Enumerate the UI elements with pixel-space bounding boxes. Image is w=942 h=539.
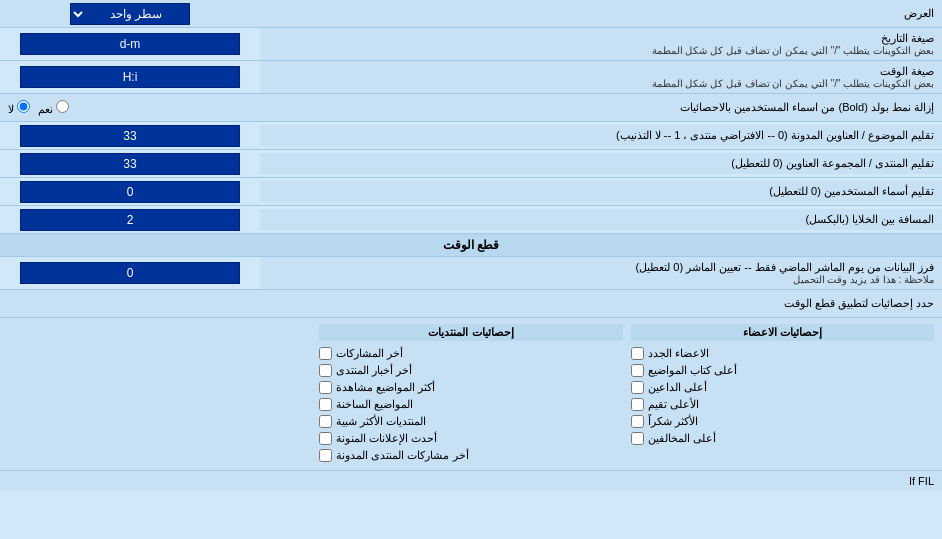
- forum-title-row: تقليم المنتدى / المجموعة العناوين (0 للت…: [0, 150, 942, 178]
- date-format-label: صيغة التاريخ بعض التكوينات يتطلب "/" الت…: [260, 28, 942, 60]
- time-cutoff-header: قطع الوقت: [0, 234, 942, 257]
- cb-top-violators-input[interactable]: [631, 432, 644, 445]
- forum-title-input[interactable]: [20, 153, 240, 175]
- display-select-area: سطر واحد سطران ثلاثة أسطر: [0, 1, 260, 27]
- radio-yes[interactable]: [56, 100, 69, 113]
- cb-last-forum-news-input[interactable]: [319, 364, 332, 377]
- display-row: العرض سطر واحد سطران ثلاثة أسطر: [0, 0, 942, 28]
- cb-top-inviters-input[interactable]: [631, 381, 644, 394]
- cb-top-topic-writers: أعلى كتاب المواضيع: [631, 362, 934, 379]
- cb-top-topic-writers-input[interactable]: [631, 364, 644, 377]
- stats-section: حدد إحصائيات لتطبيق قطع الوقت إحصائيات ا…: [0, 290, 942, 471]
- radio-yes-label: نعم: [38, 100, 69, 116]
- display-select[interactable]: سطر واحد سطران ثلاثة أسطر: [70, 3, 190, 25]
- cb-last-posts-input[interactable]: [319, 347, 332, 360]
- cb-last-forum-posts: أخر مشاركات المنتدى المدونة: [319, 447, 622, 464]
- time-format-row: صيغة الوقت بعض التكوينات يتطلب "/" التي …: [0, 61, 942, 94]
- remove-bold-label: إزالة نمط بولد (Bold) من اسماء المستخدمي…: [260, 97, 942, 118]
- cell-spacing-input-area: [0, 207, 260, 233]
- limit-row: حدد إحصائيات لتطبيق قطع الوقت: [0, 290, 942, 318]
- cb-last-posts: أخر المشاركات: [319, 345, 622, 362]
- forum-title-label: تقليم المنتدى / المجموعة العناوين (0 للت…: [260, 153, 942, 174]
- cb-new-members-input[interactable]: [631, 347, 644, 360]
- time-format-label: صيغة الوقت بعض التكوينات يتطلب "/" التي …: [260, 61, 942, 93]
- time-format-input-area: [0, 64, 260, 90]
- usernames-input-area: [0, 179, 260, 205]
- cb-top-rated: الأعلى تقيم: [631, 396, 934, 413]
- bottom-text: If FIL: [0, 471, 942, 491]
- date-format-input[interactable]: [20, 33, 240, 55]
- cb-hot-topics: المواضيع الساخنة: [319, 396, 622, 413]
- cb-last-forum-posts-input[interactable]: [319, 449, 332, 462]
- cb-last-forum-news: أخر أخبار المنتدى: [319, 362, 622, 379]
- cb-hot-topics-input[interactable]: [319, 398, 332, 411]
- radio-no-label: لا: [8, 100, 30, 116]
- cell-spacing-input[interactable]: [20, 209, 240, 231]
- main-container: العرض سطر واحد سطران ثلاثة أسطر صيغة الت…: [0, 0, 942, 491]
- usernames-row: تقليم أسماء المستخدمين (0 للتعطيل): [0, 178, 942, 206]
- cb-latest-announcements-input[interactable]: [319, 432, 332, 445]
- cell-spacing-row: المسافة بين الخلايا (بالبكسل): [0, 206, 942, 234]
- topic-title-row: تقليم الموضوع / العناوين المدونة (0 -- ا…: [0, 122, 942, 150]
- fetch-input-area: [0, 260, 260, 286]
- usernames-input[interactable]: [20, 181, 240, 203]
- limit-label: حدد إحصائيات لتطبيق قطع الوقت: [260, 293, 942, 314]
- checkboxes-section: إحصائيات الاعضاء الاعضاء الجدد أعلى كتاب…: [0, 318, 942, 470]
- fetch-input[interactable]: [20, 262, 240, 284]
- cb-most-thanked-input[interactable]: [631, 415, 644, 428]
- cb-top-inviters: أعلى الداعين: [631, 379, 934, 396]
- remove-bold-row: إزالة نمط بولد (Bold) من اسماء المستخدمي…: [0, 94, 942, 122]
- date-format-input-area: [0, 31, 260, 57]
- usernames-label: تقليم أسماء المستخدمين (0 للتعطيل): [260, 181, 942, 202]
- fetch-row: فرز البيانات من يوم الماشر الماضي فقط --…: [0, 257, 942, 290]
- cb-most-similar-forums: المنتديات الأكثر شبية: [319, 413, 622, 430]
- topic-title-input-area: [0, 123, 260, 149]
- forums-stats-col: إحصائيات المنتديات أخر المشاركات أخر أخب…: [315, 324, 626, 464]
- cell-spacing-label: المسافة بين الخلايا (بالبكسل): [260, 209, 942, 230]
- cb-most-similar-forums-input[interactable]: [319, 415, 332, 428]
- cb-new-members: الاعضاء الجدد: [631, 345, 934, 362]
- empty-col: [4, 324, 315, 464]
- radio-no[interactable]: [17, 100, 30, 113]
- remove-bold-radio-area: نعم لا: [0, 98, 260, 118]
- cb-top-violators: أعلى المخالفين: [631, 430, 934, 447]
- display-label: العرض: [260, 3, 942, 24]
- fetch-label: فرز البيانات من يوم الماشر الماضي فقط --…: [260, 257, 942, 289]
- members-stats-header: إحصائيات الاعضاء: [631, 324, 934, 341]
- cb-most-viewed-input[interactable]: [319, 381, 332, 394]
- time-format-input[interactable]: [20, 66, 240, 88]
- topic-title-input[interactable]: [20, 125, 240, 147]
- cb-latest-announcements: أحدث الإعلانات المنونة: [319, 430, 622, 447]
- topic-title-label: تقليم الموضوع / العناوين المدونة (0 -- ا…: [260, 125, 942, 146]
- cb-most-thanked: الأكثر شكراً: [631, 413, 934, 430]
- cb-top-rated-input[interactable]: [631, 398, 644, 411]
- forum-title-input-area: [0, 151, 260, 177]
- forums-stats-header: إحصائيات المنتديات: [319, 324, 622, 341]
- members-stats-col: إحصائيات الاعضاء الاعضاء الجدد أعلى كتاب…: [627, 324, 938, 464]
- cb-most-viewed: أكثر المواضيع مشاهدة: [319, 379, 622, 396]
- date-format-row: صيغة التاريخ بعض التكوينات يتطلب "/" الت…: [0, 28, 942, 61]
